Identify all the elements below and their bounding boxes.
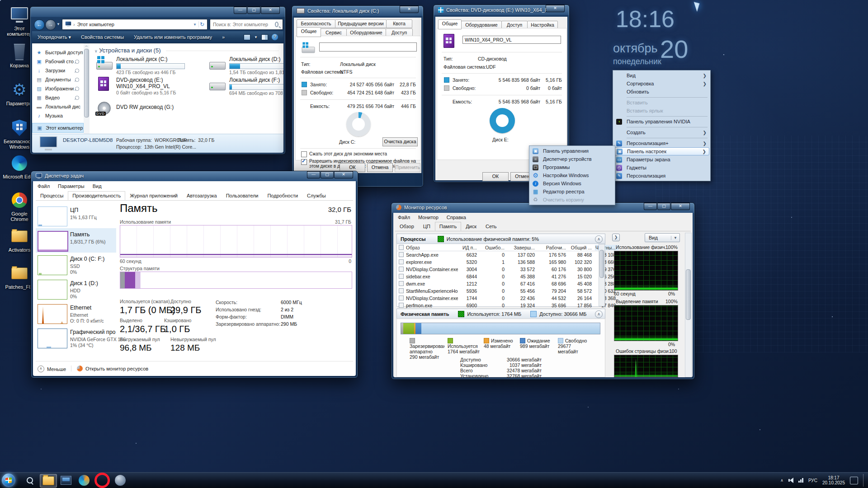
sidebar-disk0[interactable]: Диск 0 (C: F:)SSD0% xyxy=(36,253,116,277)
tab-overview[interactable]: Обзор xyxy=(395,222,419,231)
table-row[interactable]: explorer.exe53201136 588165 980102 32063… xyxy=(397,258,605,266)
tab-memory[interactable]: Память xyxy=(435,222,461,231)
view-icon[interactable] xyxy=(244,34,250,40)
help-icon[interactable]: ? xyxy=(272,34,278,40)
chevron-up-icon[interactable]: ︽ xyxy=(84,43,90,47)
taskbar-explorer-button[interactable] xyxy=(40,474,57,488)
sidebar-item-quick-access[interactable]: ★Быстрый доступ xyxy=(32,48,84,57)
refresh-icon[interactable]: ↻ xyxy=(198,21,207,28)
organize-button[interactable]: Упорядочить ▾ xyxy=(38,34,71,40)
maximize-button[interactable]: ▢ xyxy=(321,171,334,178)
address-bar[interactable]: › Этот компьютер ▼ ↻ xyxy=(62,19,208,30)
tray-clock[interactable]: 18:17 20.10.2025 xyxy=(822,475,845,485)
submenu-item-windows-settings[interactable]: ⚙Настройки Windows xyxy=(530,171,614,179)
table-scrollbar[interactable] xyxy=(599,244,605,306)
search-icon[interactable] xyxy=(275,22,278,27)
menu-item-display-settings[interactable]: ▭Параметры экрана xyxy=(614,155,709,164)
checkbox[interactable] xyxy=(399,288,404,293)
sidebar-item-videos[interactable]: ▦Видео xyxy=(32,93,84,102)
table-header-row[interactable]: Образ ИД п... Ошибо... Заверш... Рабочи.… xyxy=(397,244,605,251)
show-desktop-button[interactable] xyxy=(863,474,865,487)
maximize-button[interactable]: ▢ xyxy=(247,7,260,14)
menu-item-sort[interactable]: Сортировка❯ xyxy=(614,80,709,88)
uninstall-program-button[interactable]: Удалить или изменить программу xyxy=(134,34,212,40)
taskbar-search-button[interactable] xyxy=(22,474,38,487)
menu-item-personalization-plus[interactable]: ✎Персонализация+❯ xyxy=(614,139,709,147)
submenu-item-device-manager[interactable]: ⌗Диспетчер устройств xyxy=(530,155,614,163)
checkbox[interactable] xyxy=(399,281,404,286)
menu-item-new[interactable]: Создать❯ xyxy=(614,128,709,136)
sidebar-item-local-disk[interactable]: ▬Локальный дис xyxy=(32,102,84,111)
chevron-down-icon[interactable]: ▼ xyxy=(191,23,198,27)
menu-item-paste[interactable]: Вставить xyxy=(614,99,709,107)
table-row[interactable]: SearchApp.exe66320137 020176 57688 46888… xyxy=(397,251,605,258)
apply-button[interactable]: Применить xyxy=(395,163,420,172)
search-box[interactable] xyxy=(210,19,283,30)
checkbox[interactable] xyxy=(399,245,404,250)
sidebar-item-documents[interactable]: ▤Документы xyxy=(32,75,84,84)
table-row[interactable]: NVDisplay.Container.exe3004033 57260 176… xyxy=(397,266,605,273)
sidebar-cpu[interactable]: ЦП1% 1,63 ГГц xyxy=(36,204,116,228)
submenu-item-programs[interactable]: ▢Программы xyxy=(530,163,614,171)
drive-tile-d[interactable]: Локальный диск (D:) 1,54 ТБ свободно из … xyxy=(209,56,283,76)
table-row[interactable]: dwm.exe1212067 41668 69645 40823 288 xyxy=(397,280,605,287)
table-row[interactable]: perfmon.exe6900019 32435 69617 85617 840 xyxy=(397,302,605,309)
scrollbar-thumb[interactable] xyxy=(599,250,604,278)
close-button[interactable]: ✕ xyxy=(671,203,690,210)
tab-app-history[interactable]: Журнал приложений xyxy=(125,191,182,200)
menu-item-refresh[interactable]: Обновить xyxy=(614,88,709,96)
taskbar-opera-button[interactable] xyxy=(94,474,110,487)
tab-users[interactable]: Пользователи xyxy=(222,191,263,200)
volume-label-field[interactable] xyxy=(462,36,561,44)
checkbox[interactable] xyxy=(399,274,404,279)
cancel-button[interactable]: Отмена xyxy=(367,163,393,172)
compress-checkbox[interactable] xyxy=(301,151,307,157)
network-icon[interactable] xyxy=(798,478,803,483)
tab-processes[interactable]: Процессы xyxy=(36,191,68,200)
preview-pane-icon[interactable] xyxy=(261,34,268,40)
notification-center-icon[interactable] xyxy=(850,477,858,484)
fewer-details-button[interactable]: ∧ Меньше xyxy=(38,366,66,372)
tab-general[interactable]: Общие xyxy=(438,19,462,29)
sidebar-scrollbar[interactable]: ︽ xyxy=(84,43,90,134)
tab-quota[interactable]: Квота xyxy=(386,19,412,28)
drive-tile-f[interactable]: Локальный диск (F:) 694 МБ свободно из 7… xyxy=(209,77,283,97)
menu-item-nvidia-control-panel[interactable]: ◖Панель управления NVIDIA xyxy=(614,117,709,126)
sidebar-ethernet[interactable]: EthernetEthernetО: 0 П: 0 кбит/с xyxy=(36,301,116,326)
tab-services[interactable]: Службы xyxy=(302,191,330,200)
menu-monitor[interactable]: Монитор xyxy=(418,215,439,220)
search-input[interactable] xyxy=(210,21,275,28)
minimize-button[interactable]: — xyxy=(307,171,320,178)
menu-view[interactable]: Вид xyxy=(93,183,102,189)
checkbox[interactable] xyxy=(399,252,404,257)
tray-chevron-up-icon[interactable]: ∧ xyxy=(780,478,783,483)
chevron-down-icon[interactable]: ▼ xyxy=(57,22,60,26)
open-resource-monitor-link[interactable]: Открыть монитор ресурсов xyxy=(71,366,148,371)
menu-file[interactable]: Файл xyxy=(398,215,410,220)
submenu-item-empty-recycle-bin[interactable]: ♻Очистить корзину xyxy=(530,196,614,204)
sidebar-gpu[interactable]: Графический проNVIDIA GeForce GTX 1661% … xyxy=(36,326,116,350)
sidebar-item-pictures[interactable]: ▨Изображени xyxy=(32,84,84,93)
toolbar-more-button[interactable]: » xyxy=(222,34,225,40)
sidebar-disk1[interactable]: Диск 1 (D:)HDD0% xyxy=(36,277,116,301)
disk-cleanup-button[interactable]: Очистка диска xyxy=(382,137,418,146)
view-dropdown[interactable]: Вид▼ xyxy=(645,233,680,242)
submenu-item-registry-editor[interactable]: ▦Редактор реестра xyxy=(530,188,614,196)
menu-file[interactable]: Файл xyxy=(38,183,50,189)
close-button[interactable]: ✕ xyxy=(400,6,419,13)
menu-help[interactable]: Справка xyxy=(447,215,466,220)
scrollbar-thumb[interactable] xyxy=(686,269,691,320)
sidebar-item-desktop[interactable]: ▣Рабочий сто xyxy=(32,57,84,66)
volume-label-field[interactable] xyxy=(319,42,417,52)
sidebar-item-music[interactable]: ♪Музыка xyxy=(32,111,84,120)
system-properties-button[interactable]: Свойства системы xyxy=(81,34,124,40)
expand-right-button[interactable]: ❯ xyxy=(612,234,620,241)
table-row[interactable]: NVDisplay.Container.exe1744022 43644 532… xyxy=(397,295,605,302)
menu-options[interactable]: Параметры xyxy=(58,183,85,189)
start-button[interactable] xyxy=(2,474,15,487)
checkbox[interactable] xyxy=(399,267,404,272)
collapse-button[interactable]: ∧ xyxy=(595,310,603,318)
close-button[interactable]: ✕ xyxy=(334,171,353,178)
volume-icon[interactable] xyxy=(788,478,793,483)
tab-details[interactable]: Подробности xyxy=(263,191,302,200)
